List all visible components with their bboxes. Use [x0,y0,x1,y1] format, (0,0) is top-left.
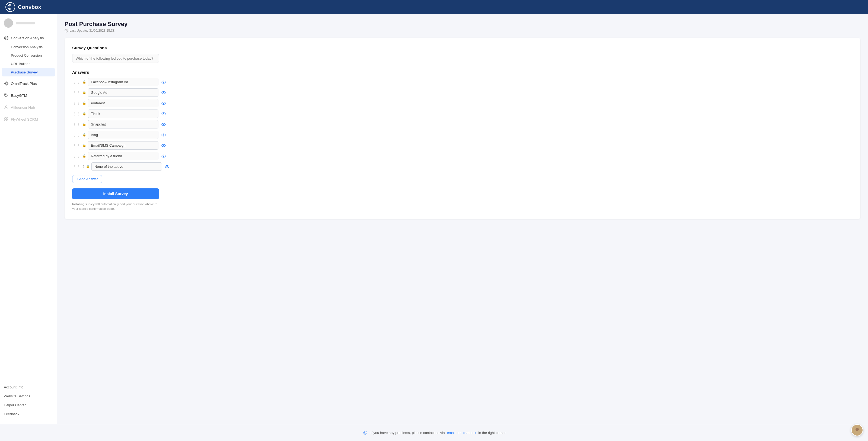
answer-row: ⋮⋮🔒 [72,131,853,139]
answer-row: ⋮⋮🔒 [72,152,853,160]
visibility-toggle-button[interactable] [160,80,167,84]
drag-handle-icon[interactable]: ⋮⋮ [72,154,81,158]
answer-input[interactable] [88,141,158,149]
easygtm-label: EasyGTM [11,94,27,98]
sidebar-item-account-info[interactable]: Account Info [0,383,57,392]
footer-message: If you have any problems, please contact… [371,431,445,435]
lock-icon: 🔒 [83,123,86,126]
last-update-label: Last Update: [69,29,88,33]
chatbox-link[interactable]: chat box [463,431,476,435]
sidebar-item-url-builder[interactable]: URL Builder [0,60,57,68]
svg-point-29 [166,166,167,167]
answer-input[interactable] [88,99,158,107]
eye-icon [161,101,166,106]
drag-handle-icon[interactable]: ⋮⋮ [72,165,81,169]
svg-rect-9 [5,120,6,121]
eye-icon [161,90,166,95]
answer-input[interactable] [88,109,158,118]
sidebar-item-easygtm[interactable]: EasyGTM [0,91,57,100]
answer-input[interactable] [88,120,158,129]
brand-name: Convbox [18,4,41,10]
eye-icon [161,133,166,137]
sidebar-item-conversion-analysis[interactable]: Conversion Analysis [0,33,57,43]
svg-point-13 [163,81,164,83]
eye-icon [161,143,166,148]
help-icon: ? [83,165,84,169]
drag-handle-icon[interactable]: ⋮⋮ [72,101,81,105]
sidebar-item-purchase-survey[interactable]: Purchase Survey [2,68,55,76]
drag-handle-icon[interactable]: ⋮⋮ [72,122,81,127]
visibility-toggle-button[interactable] [160,154,167,159]
top-navigation: Convbox [0,0,868,14]
avatar [4,19,13,28]
svg-rect-8 [6,117,8,119]
answer-row: ⋮⋮🔒 [72,99,853,107]
sidebar-item-feedback[interactable]: Feedback [0,410,57,418]
visibility-toggle-button[interactable] [160,133,167,137]
page-title: Post Purchase Survey [65,21,860,28]
sidebar-item-helper-center[interactable]: Helper Center [0,401,57,410]
brand-logo[interactable]: Convbox [5,2,41,12]
sidebar-item-conversion-analysis-sub[interactable]: Conversion Analysis [0,43,57,51]
clock-icon [65,29,68,33]
answer-input[interactable] [91,162,162,171]
visibility-toggle-button[interactable] [160,90,167,95]
smiley-icon: ☺ [362,429,368,436]
install-note: Installing survey will automatically add… [72,202,159,211]
chat-avatar[interactable] [851,424,863,436]
svg-point-27 [163,156,164,157]
answer-input[interactable] [88,131,158,139]
answer-input[interactable] [88,78,158,86]
eye-icon [161,80,166,84]
lock-icon: 🔒 [83,133,86,137]
sidebar-item-website-settings[interactable]: Website Settings [0,392,57,401]
answer-row: ⋮⋮🔒 [72,120,853,129]
add-answer-button[interactable]: + Add Answer [72,175,102,183]
drag-handle-icon[interactable]: ⋮⋮ [72,112,81,116]
person-icon [4,105,9,110]
svg-point-21 [163,124,164,125]
footer-suffix: in the right corner [478,431,506,435]
drag-handle-icon[interactable]: ⋮⋮ [72,91,81,95]
sidebar-section-conversion: Conversion Analysis Conversion Analysis … [0,32,57,77]
svg-rect-7 [5,117,6,119]
target-icon [4,35,9,40]
visibility-toggle-button[interactable] [160,101,167,106]
tag-icon [4,93,9,98]
drag-handle-icon[interactable]: ⋮⋮ [72,133,81,137]
affluencer-label: Affluencer Hub [11,105,35,109]
eye-icon [161,154,166,159]
sidebar-section-flywheel: FlyWheel SCRM [0,113,57,125]
sidebar-item-omnitrack-plus[interactable]: OmniTrack Plus [0,78,57,88]
main-content: Post Purchase Survey Last Update: 31/05/… [57,14,868,424]
drag-handle-icon[interactable]: ⋮⋮ [72,80,81,84]
questions-section-title: Survey Questions [72,45,853,50]
sidebar-item-product-conversion[interactable]: Product Conversion [0,51,57,60]
svg-point-6 [5,106,7,107]
convbox-logo-icon [5,2,15,12]
question-input[interactable] [72,54,159,63]
svg-point-19 [163,113,164,114]
answer-input[interactable] [88,152,158,160]
settings-icon [4,81,9,86]
visibility-toggle-button[interactable] [163,164,170,169]
flywheel-label: FlyWheel SCRM [11,117,38,122]
lock-icon: 🔒 [83,112,86,115]
answer-row: ⋮⋮🔒 [72,109,853,118]
lock-icon: 🔒 [86,165,90,168]
svg-point-4 [5,83,7,84]
conversion-analysis-label: Conversion Analysis [11,36,44,40]
answer-input[interactable] [88,88,158,97]
visibility-toggle-button[interactable] [160,111,167,116]
email-link[interactable]: email [447,431,456,435]
answers-section: Answers ⋮⋮🔒⋮⋮🔒⋮⋮🔒⋮⋮🔒⋮⋮🔒⋮⋮🔒⋮⋮🔒⋮⋮🔒⋮⋮?🔒 + A… [72,70,853,189]
visibility-toggle-button[interactable] [160,122,167,127]
svg-rect-10 [6,120,8,121]
svg-point-15 [163,92,164,93]
drag-handle-icon[interactable]: ⋮⋮ [72,143,81,148]
username [16,22,35,24]
visibility-toggle-button[interactable] [160,143,167,148]
install-survey-button[interactable]: Install Survey [72,189,159,199]
sidebar-item-flywheel-scrm: FlyWheel SCRM [0,114,57,124]
omnitrack-label: OmniTrack Plus [11,81,37,86]
